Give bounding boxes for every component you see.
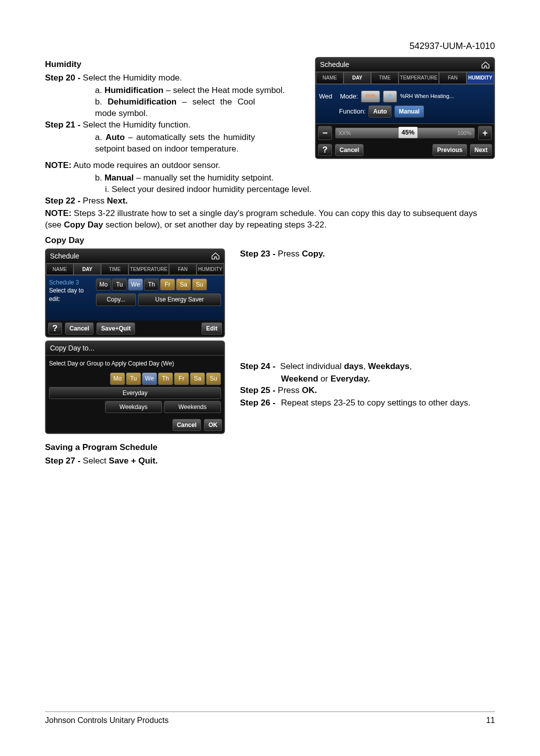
copy-day-heading: Copy Day bbox=[45, 235, 495, 246]
step-24-cont: Weekend or Everyday. bbox=[281, 374, 495, 385]
cancel-button[interactable]: Cancel bbox=[65, 322, 94, 334]
home-icon[interactable] bbox=[211, 252, 220, 260]
step-23: Step 23 - Press Copy. bbox=[240, 248, 495, 260]
everyday-button[interactable]: Everyday bbox=[49, 387, 221, 399]
day-th[interactable]: Th bbox=[144, 278, 159, 290]
page-footer: Johnson Controls Unitary Products 11 bbox=[45, 712, 495, 726]
step-22: Step 22 - Press Next. bbox=[45, 196, 495, 207]
wed-label: Wed bbox=[319, 92, 337, 101]
doc-id: 542937-UUM-A-1010 bbox=[45, 40, 495, 52]
auto-button[interactable]: Auto bbox=[368, 106, 391, 118]
device-copy-day-to: Copy Day to... Select Day or Group to Ap… bbox=[45, 340, 225, 434]
day-sa[interactable]: Sa bbox=[176, 278, 191, 290]
previous-button[interactable]: Previous bbox=[432, 144, 467, 156]
day-th[interactable]: Th bbox=[158, 372, 173, 384]
weekends-button[interactable]: Weekends bbox=[164, 401, 221, 413]
device-schedule-day: Schedule NAME DAY TIME TEMPERATURE FAN H… bbox=[45, 248, 225, 338]
note-2: NOTE: Steps 3-22 illustrate how to set a… bbox=[45, 208, 495, 231]
step-21b: b. Manual – manually set the humidity se… bbox=[95, 172, 495, 184]
tab-fan[interactable]: FAN bbox=[439, 72, 466, 84]
slider-thumb[interactable]: 45% bbox=[398, 126, 418, 138]
next-button[interactable]: Next bbox=[470, 144, 492, 156]
day-fr[interactable]: Fr bbox=[174, 372, 189, 384]
step-25: Step 25 - Press OK. bbox=[240, 385, 495, 396]
device1-title: Schedule bbox=[320, 60, 349, 70]
device2-title: Schedule bbox=[50, 252, 79, 261]
tab-fan[interactable]: FAN bbox=[169, 264, 196, 276]
step-24: Step 24 - Select individual days, Weekda… bbox=[240, 361, 495, 372]
cancel-button[interactable]: Cancel bbox=[335, 144, 364, 156]
step-21a: a. Auto – automatically sets the humidit… bbox=[95, 132, 255, 155]
day-mo[interactable]: Mo bbox=[96, 278, 111, 290]
tab-humidity[interactable]: HUMIDITY bbox=[466, 72, 494, 84]
heat-mode-button[interactable]: ⰞⰞ bbox=[361, 90, 380, 102]
plus-button[interactable]: + bbox=[478, 126, 492, 140]
copy-button[interactable]: Copy... bbox=[96, 294, 136, 306]
tab-day[interactable]: DAY bbox=[74, 264, 101, 276]
slider-max-label: 100% bbox=[458, 130, 472, 137]
humidity-heading: Humidity bbox=[45, 59, 309, 70]
step-26: Step 26 - Repeat steps 23-25 to copy set… bbox=[240, 398, 495, 409]
step-20b: b. Dehumidification – select the Cool mo… bbox=[95, 96, 255, 120]
page-number: 11 bbox=[486, 715, 495, 726]
day-fr[interactable]: Fr bbox=[160, 278, 175, 290]
note-1: NOTE: Auto mode requires an outdoor sens… bbox=[45, 160, 495, 172]
day-su[interactable]: Su bbox=[192, 278, 207, 290]
ok-button[interactable]: OK bbox=[204, 419, 222, 431]
day-we[interactable]: We bbox=[142, 372, 157, 384]
tab-humidity[interactable]: HUMIDITY bbox=[196, 264, 224, 276]
step-21: Step 21 - Select the Humidity function. bbox=[45, 120, 309, 131]
schedule3-label: Schedule 3 bbox=[49, 278, 92, 286]
cancel-button[interactable]: Cancel bbox=[172, 419, 201, 431]
weekdays-button[interactable]: Weekdays bbox=[105, 401, 162, 413]
day-we[interactable]: We bbox=[128, 278, 143, 290]
tab-name[interactable]: NAME bbox=[316, 72, 344, 84]
edit-button[interactable]: Edit bbox=[202, 322, 222, 334]
saving-heading: Saving a Program Schedule bbox=[45, 442, 495, 454]
save-quit-button[interactable]: Save+Quit bbox=[96, 322, 135, 334]
tab-name[interactable]: NAME bbox=[46, 264, 74, 276]
footer-company: Johnson Controls Unitary Products bbox=[45, 715, 168, 726]
tab-temperature[interactable]: TEMPERATURE bbox=[398, 72, 439, 84]
day-tu[interactable]: Tu bbox=[126, 372, 141, 384]
heat-icon: ⰞⰞ bbox=[366, 93, 376, 100]
help-button[interactable]: ? bbox=[48, 322, 62, 334]
slider-min-label: XX% bbox=[338, 130, 350, 137]
tab-time[interactable]: TIME bbox=[371, 72, 398, 84]
snowflake-icon: ✱ bbox=[388, 93, 392, 100]
mode-label: Mode: bbox=[340, 92, 358, 101]
tab-time[interactable]: TIME bbox=[101, 264, 128, 276]
step-20: Step 20 - Select the Humidity mode. bbox=[45, 72, 309, 84]
device-schedule-humidity: Schedule NAME DAY TIME TEMPERATURE FAN H… bbox=[315, 57, 495, 159]
tab-day[interactable]: DAY bbox=[344, 72, 371, 84]
copy-day-prompt: Select Day or Group to Apply Copied Day … bbox=[49, 360, 221, 368]
step-27: Step 27 - Select Save + Quit. bbox=[45, 456, 495, 467]
home-icon[interactable] bbox=[481, 62, 490, 68]
humidity-slider[interactable]: XX% 45% 100% bbox=[335, 128, 475, 138]
step-20a: a. Humidification – select the Heat mode… bbox=[95, 85, 309, 96]
manual-button[interactable]: Manual bbox=[394, 106, 424, 118]
help-button[interactable]: ? bbox=[318, 144, 332, 156]
step-21bi: i. Select your desired indoor humidity p… bbox=[105, 184, 495, 196]
device1-tabs: NAME DAY TIME TEMPERATURE FAN HUMIDITY bbox=[316, 72, 494, 84]
day-mo[interactable]: Mo bbox=[110, 372, 125, 384]
use-energy-saver-button[interactable]: Use Energy Saver bbox=[138, 294, 221, 306]
minus-button[interactable]: − bbox=[318, 126, 332, 140]
day-su[interactable]: Su bbox=[206, 372, 221, 384]
select-day-label: Select day to edit: bbox=[49, 286, 92, 302]
day-tu[interactable]: Tu bbox=[112, 278, 127, 290]
rh-heating-label: %RH When Heating... bbox=[400, 92, 454, 100]
tab-temperature[interactable]: TEMPERATURE bbox=[128, 264, 169, 276]
cool-mode-button[interactable]: ✱ bbox=[383, 90, 397, 102]
device3-title: Copy Day to... bbox=[50, 344, 94, 353]
day-sa[interactable]: Sa bbox=[190, 372, 205, 384]
function-label: Function: bbox=[339, 107, 366, 116]
